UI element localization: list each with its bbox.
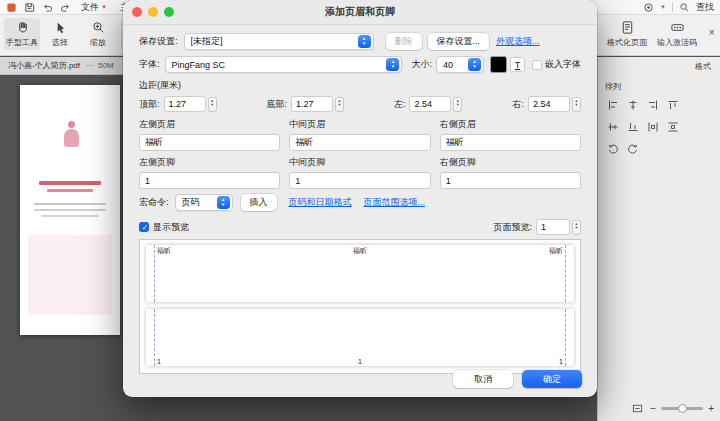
tab-file[interactable]: 文件 ▼	[78, 1, 110, 14]
resume-figure-body	[64, 129, 79, 147]
save-icon[interactable]	[24, 2, 35, 13]
close-window-button[interactable]	[132, 7, 142, 17]
save-setting-button[interactable]: 保存设置...	[428, 33, 490, 50]
macro-value: 页码	[182, 196, 213, 209]
rotate-left-icon[interactable]	[605, 141, 620, 156]
right-footer-field[interactable]	[440, 172, 581, 189]
font-color-swatch[interactable]	[490, 56, 507, 73]
align-right-icon[interactable]	[645, 97, 660, 112]
page-preview-group: 页面预览: ▲▼	[493, 219, 581, 235]
left-header-label: 左侧页眉	[139, 118, 280, 131]
stepper-icon[interactable]: ▲▼	[572, 97, 581, 112]
header-fields-row: 左侧页眉 中间页眉 右侧页眉	[139, 118, 581, 151]
margin-right-field[interactable]	[528, 96, 570, 112]
popup-arrows-icon: ▲▼	[217, 196, 230, 209]
align-middle-icon[interactable]	[605, 119, 620, 134]
save-settings-select[interactable]: [未指定] ▲▼	[184, 33, 374, 50]
hand-tool-label: 手型工具	[6, 37, 38, 48]
embed-font-label: 嵌入字体	[545, 58, 581, 71]
distribute-vertical-icon[interactable]	[665, 119, 680, 134]
stepper-icon[interactable]: ▲▼	[208, 97, 217, 112]
distribute-horizontal-icon[interactable]	[645, 119, 660, 134]
format-page-button[interactable]: 格式化页面	[606, 18, 648, 50]
font-value: PingFang SC	[172, 60, 383, 70]
stepper-icon[interactable]: ▲▼	[335, 97, 344, 112]
left-footer-field[interactable]	[139, 172, 280, 189]
document-page[interactable]	[20, 85, 120, 335]
zoom-slider[interactable]	[661, 407, 703, 410]
format-page-icon	[620, 20, 635, 35]
rotate-right-icon[interactable]	[625, 141, 640, 156]
margin-bottom-field[interactable]	[291, 96, 333, 112]
margin-guide-left	[154, 309, 155, 366]
ribbon-right-controls: ▼ 查找	[643, 1, 714, 14]
left-header-field[interactable]	[139, 134, 280, 151]
align-top-icon[interactable]	[665, 97, 680, 112]
select-tool-button[interactable]: 选择	[42, 18, 78, 50]
right-header-field[interactable]	[440, 134, 581, 151]
font-label: 字体:	[139, 58, 160, 71]
popup-arrows-icon: ▲▼	[358, 35, 371, 48]
zoom-window-button[interactable]	[164, 7, 174, 17]
center-header-field[interactable]	[289, 134, 430, 151]
ok-button[interactable]: 确定	[522, 370, 582, 388]
minimize-window-button[interactable]	[148, 7, 158, 17]
page-range-options-link[interactable]: 页面范围选项...	[364, 196, 426, 209]
font-size-select[interactable]: 40 ▲▼	[436, 56, 484, 73]
macro-select[interactable]: 页码 ▲▼	[175, 194, 233, 211]
margin-bottom-group: 底部: ▲▼	[266, 96, 344, 112]
page-preview-field[interactable]	[536, 219, 570, 235]
stepper-icon[interactable]: ▲▼	[453, 97, 462, 112]
margin-left-group: 左: ▲▼	[394, 96, 463, 112]
align-row-2	[605, 119, 713, 134]
undo-icon[interactable]	[42, 2, 53, 13]
embed-font-checkbox[interactable]	[532, 60, 542, 70]
save-settings-row: 保存设置: [未指定] ▲▼ 删除 保存设置... 外观选项...	[139, 33, 581, 50]
cancel-button[interactable]: 取消	[453, 370, 513, 388]
preview-center-footer: 1	[358, 358, 362, 365]
page-view-icon[interactable]	[643, 2, 654, 13]
font-row: 字体: PingFang SC ▲▼ 大小: 40 ▲▼ T 嵌入字体	[139, 56, 581, 73]
zoom-out-button[interactable]: −	[650, 404, 656, 414]
page-number-format-link[interactable]: 页码和日期格式	[289, 196, 352, 209]
margin-left-field[interactable]	[409, 96, 451, 112]
align-left-icon[interactable]	[605, 97, 620, 112]
save-settings-label: 保存设置:	[139, 35, 178, 48]
underline-toggle[interactable]: T	[510, 57, 525, 72]
search-icon[interactable]	[679, 2, 690, 13]
app-window: 文件 ▼ 主页 转换 ▼ 查找	[0, 0, 720, 421]
zoom-in-button[interactable]: +	[708, 404, 714, 414]
hand-icon	[15, 20, 30, 35]
zoom-tool-button[interactable]: 缩放	[80, 18, 116, 50]
hand-tool-button[interactable]: 手型工具	[4, 18, 40, 50]
margin-top-field[interactable]	[164, 96, 206, 112]
preview-page-top-fragment: 福昕 福昕 福昕	[146, 245, 574, 302]
more-icon[interactable]: ⋯	[85, 61, 93, 70]
insert-button[interactable]: 插入	[241, 194, 277, 211]
activation-code-button[interactable]: 输入激活码	[656, 18, 698, 50]
dialog-footer: 取消 确定	[453, 370, 582, 388]
chevron-down-icon[interactable]: ▼	[660, 4, 666, 10]
align-bottom-icon[interactable]	[625, 119, 640, 134]
stepper-icon[interactable]: ▲▼	[572, 220, 581, 235]
font-select[interactable]: PingFang SC ▲▼	[165, 56, 403, 73]
close-icon[interactable]: ×	[709, 27, 715, 38]
align-center-horizontal-icon[interactable]	[625, 97, 640, 112]
tab-file-label: 文件	[81, 1, 99, 14]
add-header-footer-dialog: 添加页眉和页脚 保存设置: [未指定] ▲▼ 删除 保存设置... 外观选项..…	[123, 0, 597, 397]
redo-icon[interactable]	[60, 2, 71, 13]
appearance-options-link[interactable]: 外观选项...	[496, 35, 540, 48]
dialog-title: 添加页眉和页脚	[325, 5, 395, 19]
center-footer-field[interactable]	[289, 172, 430, 189]
search-label[interactable]: 查找	[696, 1, 714, 14]
fit-width-icon[interactable]	[630, 401, 645, 416]
center-footer-label: 中间页脚	[289, 156, 430, 169]
zoom-slider-handle[interactable]	[678, 404, 687, 413]
right-footer-group: 右侧页脚	[440, 156, 581, 189]
preview-right-header: 福昕	[549, 246, 563, 256]
delete-setting-button[interactable]: 删除	[386, 33, 422, 50]
show-preview-checkbox[interactable]	[139, 222, 149, 232]
resume-text-line	[34, 203, 106, 205]
magnifier-icon	[91, 20, 106, 35]
macro-label: 宏命令:	[139, 196, 169, 209]
